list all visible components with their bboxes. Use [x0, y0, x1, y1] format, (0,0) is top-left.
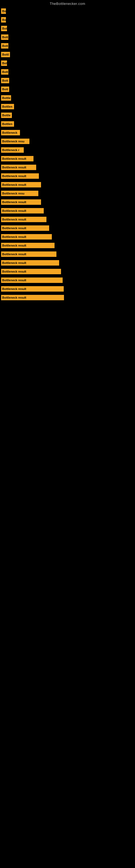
bar-label: Bott [1, 87, 9, 92]
list-item: Bottleneck resu [0, 189, 135, 198]
list-item: Bottleneck result [0, 232, 135, 241]
bar-label: Bottleneck result [1, 234, 52, 240]
bar-label: Bottleneck result [1, 156, 34, 161]
list-item: Bot [0, 24, 135, 33]
list-item: Bottleneck result [0, 172, 135, 180]
list-item: Bott [0, 33, 135, 41]
list-item: Bottleneck result [0, 180, 135, 189]
list-item: Bottleneck resu [0, 137, 135, 146]
list-item: Bo [0, 7, 135, 16]
list-item: Bo [0, 16, 135, 24]
bar-label: Bott [1, 69, 8, 74]
bar-label: Bottleneck result [1, 182, 41, 187]
list-item: Bottle [0, 111, 135, 120]
bar-label: Bo [1, 8, 6, 14]
bar-label: Bot [1, 61, 7, 66]
bar-label: Bott [1, 34, 8, 40]
bar-label: Bottleneck r [1, 147, 24, 153]
list-item: Bottleneck result [0, 241, 135, 250]
list-item: Bottleneck result [0, 207, 135, 215]
list-item: Bottleneck result [0, 154, 135, 163]
bar-label: Bottleneck result [1, 225, 49, 231]
list-item: Bott [0, 76, 135, 85]
bar-label: Bottleneck resu [1, 138, 30, 144]
bar-label: Bottle [1, 95, 11, 101]
bar-label: Bottl [1, 52, 10, 57]
bar-label: Bottleneck result [1, 260, 59, 266]
list-item: Bottleneck result [0, 284, 135, 293]
list-item: Bottleneck result [0, 250, 135, 258]
bar-label: Bottleneck result [1, 278, 63, 283]
list-item: Bottleneck result [0, 215, 135, 224]
bar-label: Bottleneck result [1, 251, 56, 257]
bar-label: Bottleneck result [1, 269, 61, 274]
bar-label: Bo [1, 17, 6, 23]
list-item: Bott [0, 67, 135, 76]
bar-label: Bottleneck result [1, 217, 46, 222]
bars-container: BoBoBotBottBottBottlBotBottBottBottBottl… [0, 7, 135, 302]
bar-label: Bottleneck result [1, 286, 64, 291]
bar-label: Bottlen [1, 104, 14, 109]
bar-label: Bottleneck result [1, 173, 39, 179]
bar-label: Bottleneck result [1, 295, 64, 300]
bar-label: Bottleneck result [1, 208, 44, 214]
list-item: Bottleneck result [0, 293, 135, 302]
list-item: Bottleneck result [0, 267, 135, 276]
list-item: Bott [0, 41, 135, 50]
bar-label: Bottlen [1, 121, 14, 127]
list-item: Bottleneck [0, 128, 135, 137]
list-item: Bottleneck result [0, 224, 135, 232]
list-item: Bottleneck r [0, 146, 135, 154]
bar-label: Bottleneck [1, 130, 20, 135]
bar-label: Bottleneck result [1, 243, 54, 248]
bar-label: Bottleneck result [1, 165, 36, 170]
bar-label: Bottleneck result [1, 199, 41, 205]
bar-label: Bott [1, 78, 9, 83]
list-item: Bottleneck result [0, 258, 135, 267]
list-item: Bottlen [0, 102, 135, 111]
list-item: Bot [0, 59, 135, 67]
list-item: Bottleneck result [0, 163, 135, 172]
bar-label: Bott [1, 43, 8, 49]
list-item: Bottleneck result [0, 198, 135, 207]
list-item: Bottleneck result [0, 276, 135, 284]
bar-label: Bottleneck resu [1, 191, 38, 196]
site-title: TheBottlenecker.com [0, 0, 135, 7]
list-item: Bottl [0, 50, 135, 59]
bar-label: Bottle [1, 113, 12, 118]
list-item: Bott [0, 85, 135, 94]
list-item: Bottlen [0, 120, 135, 128]
list-item: Bottle [0, 94, 135, 102]
bar-label: Bot [1, 26, 7, 31]
